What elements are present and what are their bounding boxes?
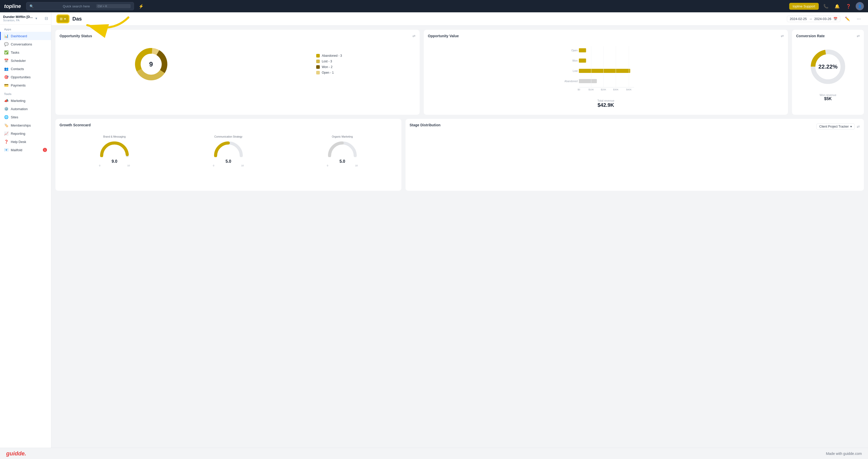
conversations-icon: 💬 xyxy=(4,42,8,46)
sidebar-item-label-dashboard: Dashboard xyxy=(11,34,27,38)
donut-container: 9 Abandoned - 3 Lost - 3 xyxy=(60,41,415,87)
won-revenue-label: Won revenue xyxy=(819,93,836,96)
sidebar-item-conversations[interactable]: 💬 Conversations xyxy=(0,40,51,48)
app-layout: Dunder Mifflin [D... Scranton, PA ▼ ⊟ Ap… xyxy=(0,12,868,448)
sidebar-item-helpdesk[interactable]: ❓ Help Desk xyxy=(0,137,51,146)
bell-icon[interactable]: 🔔 xyxy=(833,2,841,10)
stage-distribution-title: Stage Distribution xyxy=(410,123,441,127)
workspace-chevron-icon: ▼ xyxy=(35,17,38,20)
gauge-brand-label: Brand & Messaging xyxy=(99,135,130,138)
more-options-button[interactable]: ⋯ xyxy=(855,15,863,23)
stage-selector-chevron: ▾ xyxy=(850,125,852,128)
sidebar-item-payments[interactable]: 💳 Payments xyxy=(0,81,51,89)
sidebar-item-dashboard[interactable]: 📊 Dashboard xyxy=(0,32,51,40)
sidebar-item-scheduler[interactable]: 📅 Scheduler xyxy=(0,57,51,65)
workspace-selector[interactable]: Dunder Mifflin [D... Scranton, PA ▼ ⊟ xyxy=(0,12,51,25)
date-start: 2024-02-25 xyxy=(790,17,807,21)
sidebar-item-tasks[interactable]: ✅ Tasks xyxy=(0,48,51,57)
sidebar-item-label-marketing: Marketing xyxy=(11,99,25,103)
stage-selector-label: Client Project Tracker xyxy=(819,125,849,128)
sidebar-item-label-conversations: Conversations xyxy=(11,42,32,46)
legend-lost: Lost - 3 xyxy=(316,60,342,63)
date-end: 2024-03-26 xyxy=(814,17,832,21)
svg-text:$10K: $10K xyxy=(589,88,594,91)
sites-icon: 🌐 xyxy=(4,115,8,119)
conversion-content: 22.22% Won revenue $5K xyxy=(796,41,860,106)
sidebar-item-label-payments: Payments xyxy=(11,84,26,87)
automation-icon: ⚙️ xyxy=(4,107,8,111)
gauge-svg-1 xyxy=(213,139,244,157)
marketing-icon: 📣 xyxy=(4,99,8,103)
sidebar-item-label-contacts: Contacts xyxy=(11,67,24,71)
workspace-location: Scranton, PA xyxy=(3,19,33,22)
opportunity-value-filter-icon[interactable]: ⇄ xyxy=(781,34,784,38)
support-button[interactable]: topline Support xyxy=(789,3,819,10)
sidebar-item-label-helpdesk: Help Desk xyxy=(11,140,26,144)
help-icon[interactable]: ❓ xyxy=(844,2,852,10)
widget-opportunity-status: Opportunity Status ⇄ xyxy=(56,30,420,115)
sidebar-item-marketing[interactable]: 📣 Marketing xyxy=(0,96,51,105)
sidebar-toggle-icon[interactable]: ⊟ xyxy=(45,16,48,21)
gauge-communication-strategy: Communication Strategy 5.0 0 10 xyxy=(213,135,244,167)
gauge-organic-value: 5.0 xyxy=(327,159,358,164)
search-shortcut: Ctrl + K xyxy=(96,4,131,8)
edit-button[interactable]: ✏️ xyxy=(843,15,851,23)
sidebar-item-label-opportunities: Opportunities xyxy=(11,75,31,79)
phone-icon[interactable]: 📞 xyxy=(822,2,830,10)
payments-icon: 💳 xyxy=(4,83,8,87)
sidebar-item-sites[interactable]: 🌐 Sites xyxy=(0,113,51,121)
sidebar-item-contacts[interactable]: 👥 Contacts xyxy=(0,65,51,73)
sidebar-item-memberships[interactable]: 🏷️ Memberships xyxy=(0,121,51,129)
gauge-svg-0 xyxy=(99,139,130,157)
legend-label-abandoned: Abandoned - 3 xyxy=(322,54,342,58)
conversion-rate-filter-icon[interactable]: ⇄ xyxy=(857,34,860,38)
mailfold-badge: 1 xyxy=(43,148,47,152)
sidebar-item-automation[interactable]: ⚙️ Automation xyxy=(0,105,51,113)
mailfold-icon: 📧 xyxy=(4,148,8,152)
helpdesk-icon: ❓ xyxy=(4,140,8,144)
growth-scorecard-title: Growth Scorecard xyxy=(60,123,397,127)
svg-text:$0: $0 xyxy=(578,88,580,91)
gauge-organic-label: Organic Marketing xyxy=(327,135,358,138)
total-revenue: Total revenue $42.9K xyxy=(428,99,784,108)
conversion-stats: Won revenue $5K xyxy=(819,93,836,101)
svg-text:$30K: $30K xyxy=(613,88,619,91)
date-arrow-icon: → xyxy=(809,17,812,21)
sidebar-item-mailfold[interactable]: 📧 Mailfold 1 xyxy=(0,146,51,154)
sidebar-item-label-scheduler: Scheduler xyxy=(11,59,26,63)
legend-label-open: Open - 1 xyxy=(322,71,334,74)
gauge-organic-marketing: Organic Marketing 5.0 0 10 xyxy=(327,135,358,167)
conversion-percentage: 22.22% xyxy=(818,63,838,70)
gauge-comm-label: Communication Strategy xyxy=(213,135,244,138)
widget-growth-scorecard: Growth Scorecard Brand & Messaging 9.0 xyxy=(56,119,401,191)
gauge-organic-minmax: 0 10 xyxy=(327,164,358,167)
reporting-icon: 📈 xyxy=(4,131,8,135)
opportunity-value-title: Opportunity Value xyxy=(428,34,784,38)
svg-rect-9 xyxy=(579,48,586,52)
total-revenue-value: $42.9K xyxy=(428,102,784,108)
stage-selector-dropdown[interactable]: Client Project Tracker ▾ xyxy=(816,123,855,130)
page-title: Das xyxy=(72,16,82,22)
sidebar-item-label-tasks: Tasks xyxy=(11,51,19,54)
svg-text:Won: Won xyxy=(572,59,578,62)
view-switcher-button[interactable]: ⊞ ▾ xyxy=(57,14,69,23)
lightning-icon[interactable]: ⚡ xyxy=(137,2,145,10)
gauge-comm-minmax: 0 10 xyxy=(213,164,244,167)
sidebar-item-reporting[interactable]: 📈 Reporting xyxy=(0,129,51,137)
opportunity-status-filter-icon[interactable]: ⇄ xyxy=(412,34,415,38)
conversion-rate-title: Conversion Rate xyxy=(796,34,860,38)
gauge-brand-messaging: Brand & Messaging 9.0 0 10 xyxy=(99,135,130,167)
avatar[interactable]: 👤 xyxy=(856,2,864,10)
legend-color-abandoned xyxy=(316,54,320,58)
won-revenue-stat: Won revenue $5K xyxy=(819,93,836,101)
donut-legend: Abandoned - 3 Lost - 3 Won - 2 xyxy=(316,54,342,74)
svg-rect-10 xyxy=(579,59,586,63)
stage-distribution-filter-icon[interactable]: ⇄ xyxy=(857,124,860,129)
svg-text:Open: Open xyxy=(571,49,578,52)
search-bar[interactable]: 🔍 Quick search here Ctrl + K xyxy=(26,2,134,10)
legend-label-won: Won - 2 xyxy=(322,65,333,69)
date-range-picker[interactable]: 2024-02-25 → 2024-03-26 📅 xyxy=(787,16,840,22)
widget-stage-distribution: Stage Distribution Client Project Tracke… xyxy=(405,119,864,191)
legend-open: Open - 1 xyxy=(316,71,342,74)
sidebar-item-opportunities[interactable]: 🎯 Opportunities xyxy=(0,73,51,81)
